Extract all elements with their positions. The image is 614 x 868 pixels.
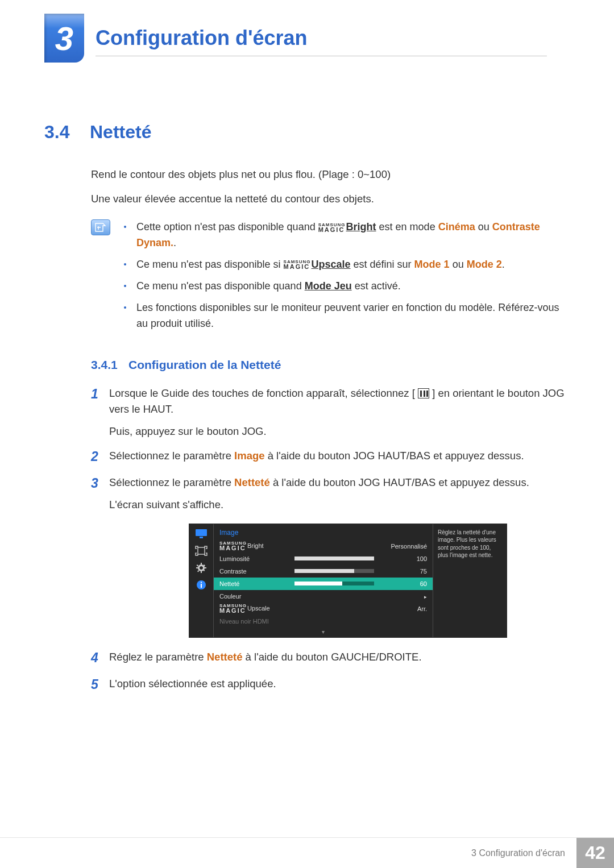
magic-upscale-link: Upscale bbox=[311, 259, 350, 270]
param-nettete-2: Netteté bbox=[207, 651, 243, 663]
osd-screenshot: Image SAMSUNGMAGICBright Personnalisé Lu… bbox=[189, 524, 507, 638]
step-5-text: L'option sélectionnée est appliquée. bbox=[109, 676, 570, 695]
info-icon bbox=[91, 219, 110, 235]
mode-2: Mode 2 bbox=[467, 259, 502, 270]
mode-jeu-link: Mode Jeu bbox=[305, 280, 352, 292]
step-1-text-c: Puis, appuyez sur le bouton JOG. bbox=[109, 425, 267, 437]
osd-heading: Image bbox=[214, 524, 433, 540]
info-note-list: Cette option n'est pas disponible quand … bbox=[124, 219, 570, 337]
subsection-title: Configuration de la Netteté bbox=[128, 358, 281, 372]
step-number-5: 5 bbox=[91, 675, 109, 695]
footer-page-number: 42 bbox=[576, 838, 614, 868]
note-3-text: Ce menu n'est pas disponible quand bbox=[136, 280, 305, 292]
mode-1: Mode 1 bbox=[414, 259, 450, 270]
osd-row-bright-label: Bright bbox=[247, 542, 264, 549]
osd-sidebar bbox=[189, 524, 213, 637]
svg-rect-2 bbox=[198, 547, 205, 554]
mode-cinema: Cinéma bbox=[438, 221, 475, 232]
param-nettete: Netteté bbox=[234, 476, 270, 488]
step-number-2: 2 bbox=[91, 447, 109, 467]
osd-row-couleur-label: Couleur bbox=[219, 593, 294, 600]
note-1-text: Cette option n'est pas disponible quand bbox=[136, 221, 318, 232]
step-3-text-c: L'écran suivant s'affiche. bbox=[109, 499, 223, 510]
step-2-text-a: Sélectionnez le paramètre bbox=[109, 450, 234, 462]
osd-luminosite-value: 100 bbox=[386, 555, 427, 562]
osd-description: Règlez la netteté d'une image. Plus les … bbox=[433, 524, 507, 637]
osd-row-nettete-label: Netteté bbox=[219, 580, 294, 587]
osd-couleur-caret bbox=[386, 593, 427, 600]
step-3-text-b: à l'aide du bouton JOG HAUT/BAS et appuy… bbox=[273, 476, 529, 488]
osd-row-contraste-label: Contraste bbox=[219, 568, 294, 575]
magic-bright-link: Bright bbox=[346, 221, 376, 232]
menu-icon bbox=[418, 388, 429, 398]
osd-info-icon bbox=[195, 580, 208, 590]
osd-bright-value: Personnalisé bbox=[386, 543, 427, 550]
osd-upscale-value: Arr. bbox=[386, 605, 427, 612]
svg-rect-0 bbox=[196, 529, 207, 536]
step-2-text-b: à l'aide du bouton JOG HAUT/BAS et appuy… bbox=[268, 450, 524, 462]
intro-paragraph-2: Une valeur élevée accentue la netteté du… bbox=[91, 191, 570, 207]
step-number-1: 1 bbox=[91, 384, 109, 440]
svg-rect-4 bbox=[201, 584, 202, 588]
intro-paragraph-1: Rend le contour des objets plus net ou p… bbox=[91, 167, 570, 183]
osd-footer-arrow: ▾ bbox=[214, 628, 433, 637]
section-number: 3.4 bbox=[44, 122, 90, 143]
osd-gear-icon bbox=[195, 563, 208, 573]
osd-row-luminosite-label: Luminosité bbox=[219, 555, 294, 562]
osd-row-upscale-label: Upscale bbox=[247, 605, 270, 612]
step-number-4: 4 bbox=[91, 648, 109, 668]
step-1-text-a: Lorsque le Guide des touches de fonction… bbox=[109, 387, 415, 399]
step-number-3: 3 bbox=[91, 474, 109, 513]
step-4-text-b: à l'aide du bouton GAUCHE/DROITE. bbox=[246, 651, 422, 663]
osd-row-hdmi-label: Niveau noir HDMI bbox=[219, 618, 294, 625]
subsection-number: 3.4.1 bbox=[91, 358, 128, 372]
chapter-title: Configuration d'écran bbox=[96, 14, 547, 56]
svg-rect-5 bbox=[201, 582, 202, 583]
step-3-text-a: Sélectionnez le paramètre bbox=[109, 476, 234, 488]
osd-nettete-value: 60 bbox=[386, 580, 427, 587]
osd-aspect-icon bbox=[195, 546, 208, 556]
step-4-text-a: Réglez le paramètre bbox=[109, 651, 207, 663]
chapter-number-badge: 3 bbox=[44, 14, 84, 63]
samsung-magic-logo: SAMSUNGMAGIC bbox=[318, 223, 346, 233]
samsung-magic-logo: SAMSUNGMAGIC bbox=[284, 260, 312, 270]
svg-rect-1 bbox=[200, 537, 203, 538]
osd-monitor-icon bbox=[195, 529, 208, 539]
param-image: Image bbox=[234, 450, 264, 462]
note-4-text: Les fonctions disponibles sur le moniteu… bbox=[136, 300, 570, 332]
note-2-text: Ce menu n'est pas disponible si bbox=[136, 259, 284, 270]
osd-contraste-value: 75 bbox=[386, 568, 427, 575]
section-title: Netteté bbox=[90, 122, 151, 143]
footer-breadcrumb: 3 Configuration d'écran bbox=[471, 838, 576, 868]
